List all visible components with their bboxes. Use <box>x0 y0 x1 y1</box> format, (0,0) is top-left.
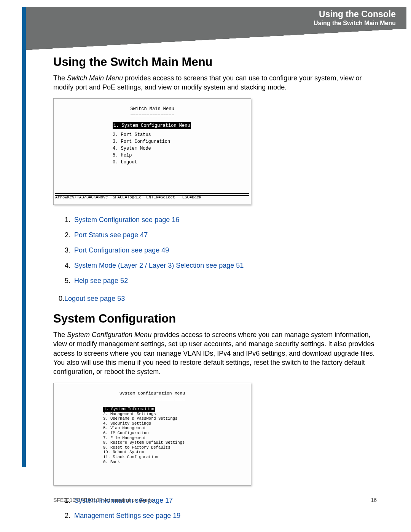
xref-link[interactable]: System Mode (Layer 2 / Layer 3) Selectio… <box>74 262 244 269</box>
list-item: 2. Management Settings see page 19 <box>65 511 377 521</box>
terminal1-item: 5. Help <box>113 152 251 159</box>
list-num: 1. <box>65 216 70 224</box>
terminal2-underline: ========================= <box>54 396 251 403</box>
terminal2-item: 9. Reset to Factory Defaults <box>103 445 251 450</box>
list-item: 5. Help see page 52 <box>65 276 377 286</box>
list-num: 5. <box>65 277 70 284</box>
terminal1-title: Switch Main Menu <box>54 105 251 112</box>
terminal2-item: 10. Reboot System <box>103 450 251 455</box>
xref-link[interactable]: Logout see page 53 <box>64 295 125 302</box>
list-num: 4. <box>65 262 70 269</box>
terminal2-item: 2. Management Settings <box>103 412 251 417</box>
heading-switch-main-menu: Using the Switch Main Menu <box>53 55 377 69</box>
terminal2-item: 6. IP Configuration <box>103 431 251 436</box>
terminal1-item: 3. Port Configuration <box>113 138 251 145</box>
footer-doc-title: SFE2010/SFE2010P Administration Guide <box>53 497 153 503</box>
xref-list-1: 1. System Configuration see page 16 2. P… <box>65 215 377 286</box>
terminal2-item: 7. File Management <box>103 436 251 441</box>
terminal2-title: System Configuration Menu <box>54 390 251 396</box>
page-content: Using the Switch Main Menu The Switch Ma… <box>53 55 377 526</box>
intro-paragraph-2: The System Configuration Menu provides a… <box>53 330 377 376</box>
header-chapter-title: Using the Console <box>319 9 396 20</box>
terminal-switch-main-menu: Switch Main Menu ================ 1. Sys… <box>53 98 251 205</box>
terminal2-item: 8. Restore System Default Settings <box>103 440 251 445</box>
terminal1-item: 2. Port Status <box>113 131 251 138</box>
intro1-ital: Switch Main Menu <box>67 74 123 82</box>
left-accent-border <box>22 7 26 467</box>
list-num: 2. <box>65 231 70 239</box>
list-item: 4. System Mode (Layer 2 / Layer 3) Selec… <box>65 260 377 270</box>
list-item: 3. Port Configuration see page 49 <box>65 245 377 255</box>
list-item: 1. System Configuration see page 16 <box>65 215 377 225</box>
intro1-pre: The <box>53 74 67 82</box>
intro2-pre: The <box>53 331 67 339</box>
intro-paragraph-1: The Switch Main Menu provides access to … <box>53 73 377 92</box>
xref-link[interactable]: Management Settings see page 19 <box>74 512 180 519</box>
terminal-system-config-menu: System Configuration Menu ==============… <box>53 383 251 486</box>
terminal2-item: 4. Security Settings <box>103 421 251 426</box>
terminal2-item: 0. Back <box>103 460 251 465</box>
terminal1-item: 0. Logout <box>113 159 251 166</box>
intro2-ital: System Configuration Menu <box>67 331 151 339</box>
terminal2-item: 5. Vlan Management <box>103 426 251 431</box>
header-diagonal <box>26 29 406 50</box>
terminal1-footer: ArrowKey/TAB/BACK=Move SPACE=Toggle ENTE… <box>55 193 249 201</box>
list-num: 3. <box>65 246 70 254</box>
xref-link[interactable]: Port Status see page 47 <box>74 231 148 239</box>
terminal1-underline: ================ <box>54 112 251 119</box>
terminal2-selected-item: 1. System Information <box>103 407 155 412</box>
terminal2-item: 11. Stack Configuration <box>103 455 251 460</box>
xref-link[interactable]: Port Configuration see page 49 <box>74 246 169 254</box>
footer-page-number: 16 <box>371 497 377 503</box>
heading-system-configuration: System Configuration <box>53 312 377 326</box>
terminal1-item: 4. System Mode <box>113 145 251 152</box>
xref-link[interactable]: Help see page 52 <box>74 277 128 284</box>
xref-link[interactable]: System Configuration see page 16 <box>74 216 179 224</box>
terminal1-selected-item: 1. System Configuration Menu <box>113 122 191 129</box>
list-item: 2. Port Status see page 47 <box>65 230 377 240</box>
header-section-title: Using the Switch Main Menu <box>314 19 396 27</box>
terminal2-item: 3. Username & Password Settings <box>103 416 251 421</box>
page-header: Using the Console Using the Switch Main … <box>26 7 406 29</box>
list-num: 2. <box>65 512 70 519</box>
list-num: 0. <box>59 295 64 302</box>
list-item-zero: 0.Logout see page 53 <box>59 295 377 303</box>
page-footer: SFE2010/SFE2010P Administration Guide 16 <box>53 497 377 503</box>
